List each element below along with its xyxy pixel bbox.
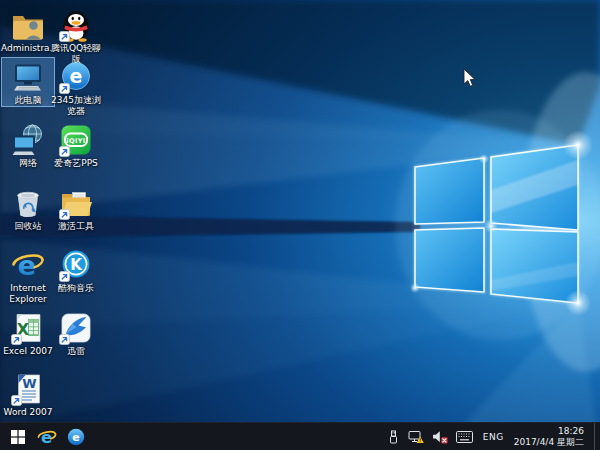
shortcut-arrow-badge (60, 335, 70, 345)
desktop-icon-internet-explorer[interactable]: e Internet Explorer (1, 245, 55, 306)
desktop-icon-word-2007[interactable]: W Word 2007 (1, 369, 55, 419)
xunlei-bird-icon (59, 311, 93, 345)
browser-e-icon: e (59, 60, 93, 94)
shortcut-arrow-badge (60, 210, 70, 220)
desktop-icon-recycle-bin[interactable]: 回收站 (1, 183, 55, 233)
qq-penguin-icon (59, 8, 93, 42)
icon-label: Word 2007 (4, 407, 53, 418)
system-tray: ENG 18:26 2017/4/4 星期二 (387, 423, 600, 450)
usb-device-tray-icon[interactable] (387, 430, 400, 444)
icon-label: 回收站 (15, 221, 42, 232)
icon-label: 网络 (19, 158, 37, 169)
shortcut-arrow-badge (12, 396, 22, 406)
recycle-bin-icon (11, 186, 45, 220)
word-icon: W (11, 372, 45, 406)
icon-label: 迅雷 (67, 346, 85, 357)
taskbar-internet-explorer-button[interactable]: e (32, 423, 61, 450)
computer-icon (11, 60, 45, 94)
icon-label: Internet Explorer (2, 283, 54, 305)
kugou-k-icon: K (59, 248, 93, 282)
desktop-icon-excel-2007[interactable]: X Excel 2007 (1, 308, 55, 358)
svg-text:iQIYI: iQIYI (66, 137, 85, 145)
shortcut-arrow-badge (60, 147, 70, 157)
shortcut-arrow-badge (60, 32, 70, 42)
network-globe-icon (11, 123, 45, 157)
desktop-icon-administrator[interactable]: Administra... (1, 5, 55, 55)
shortcut-arrow-badge (60, 84, 70, 94)
shortcut-arrow-badge (60, 272, 70, 282)
ie-icon: e (11, 248, 45, 282)
desktop-icon-network[interactable]: 网络 (1, 120, 55, 170)
clock-time: 18:26 (514, 426, 584, 437)
clock-date: 2017/4/4 星期二 (514, 437, 584, 448)
taskbar-2345-browser-button[interactable]: e (61, 423, 90, 450)
show-desktop-button[interactable] (594, 423, 600, 450)
browser-e-icon: e (67, 428, 85, 446)
icon-label: Excel 2007 (3, 346, 53, 357)
desktop-icon-iqiyi-pps[interactable]: iQIYI 爱奇艺PPS (49, 120, 103, 170)
desktop-icon-2345-browser[interactable]: e 2345加速浏览器 (49, 57, 103, 118)
excel-icon: X (11, 311, 45, 345)
volume-muted-tray-icon[interactable] (432, 430, 448, 444)
svg-text:e: e (72, 431, 79, 444)
clock[interactable]: 18:26 2017/4/4 星期二 (514, 426, 586, 447)
user-folder-icon (11, 8, 45, 42)
icon-label: 酷狗音乐 (58, 283, 94, 294)
touch-keyboard-tray-icon[interactable] (456, 431, 473, 443)
shortcut-arrow-badge (12, 335, 22, 345)
svg-text:K: K (70, 256, 83, 274)
icon-label: 激活工具 (58, 221, 94, 232)
desktop-icon-this-pc[interactable]: 此电脑 (1, 57, 55, 107)
icon-label: 此电脑 (15, 95, 42, 106)
icon-label: Administra... (1, 43, 55, 54)
svg-text:e: e (70, 65, 83, 87)
iqiyi-icon: iQIYI (59, 123, 93, 157)
taskbar-left: e e (0, 423, 90, 450)
desktop-icon-activation-tool[interactable]: 激活工具 (49, 183, 103, 233)
ie-icon: e (37, 427, 57, 447)
taskbar: e e (0, 422, 600, 450)
icon-label: 爱奇艺PPS (54, 158, 98, 169)
svg-text:W: W (22, 376, 36, 391)
desktop[interactable]: Administra... 腾讯QQ轻聊版 (0, 0, 600, 450)
start-button[interactable] (3, 423, 32, 450)
windows-logo-icon (11, 430, 25, 444)
desktop-icon-kugou-music[interactable]: K 酷狗音乐 (49, 245, 103, 295)
language-indicator[interactable]: ENG (481, 432, 506, 442)
desktop-icon-xunlei[interactable]: 迅雷 (49, 308, 103, 358)
network-warning-tray-icon[interactable] (408, 430, 424, 444)
folder-icon (59, 186, 93, 220)
icon-label: 2345加速浏览器 (50, 95, 102, 117)
